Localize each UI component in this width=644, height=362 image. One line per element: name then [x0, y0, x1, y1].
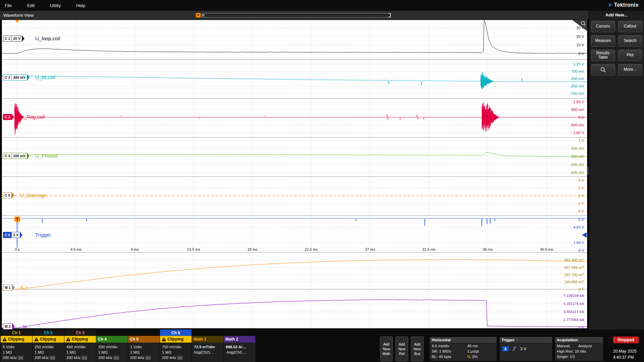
panel-button-cursors[interactable]: Cursors: [591, 21, 615, 32]
channel-tab-ch-2[interactable]: Ch 2: [33, 329, 64, 336]
trigger-level-marker[interactable]: [582, 232, 587, 238]
channel-info-ch-2[interactable]: Clipping250 mV/div1 MΩ200 kHzBw: [33, 336, 64, 362]
channel-tab-ch-3[interactable]: Ch 3: [64, 329, 96, 336]
warning-icon: [162, 337, 166, 341]
time-axis-label: 40.5 ms: [537, 247, 557, 251]
trace-layer: [2, 20, 587, 328]
channel-badge-label: C 1: [3, 36, 12, 42]
channel-name-m2: Ip: [23, 323, 27, 330]
channel-badge-scale: 200 mV: [12, 153, 27, 159]
channel-info-ch-4[interactable]: Ch 4200 mV/div1 MΩ200 kHzBw: [96, 336, 128, 362]
horizontal-title: Horizontal: [430, 337, 497, 343]
channel-info-ch-6[interactable]: Clipping750 mV/div1 MΩ200 kHzBw: [160, 336, 192, 362]
channel-badge-c2[interactable]: C 2300 mV: [3, 74, 30, 80]
channel-info-ch-1[interactable]: Clipping5 V/div1 MΩ200 kHzBw: [1, 336, 32, 362]
warning-icon: [34, 337, 39, 341]
channel-box-ch-6[interactable]: Ch 6Clipping750 mV/div1 MΩ200 kHzBw: [160, 329, 192, 362]
menu-item-utility[interactable]: Utility: [45, 3, 65, 8]
channel-box-ch-1[interactable]: Ch 1Clipping5 V/div1 MΩ200 kHzBw: [1, 329, 32, 362]
panel-button-callout[interactable]: Callout: [618, 21, 642, 32]
trigger-panel[interactable]: Trigger 6 3 V: [499, 337, 553, 361]
scale-label-c6: 4.50 V: [573, 225, 584, 230]
menu-item-help[interactable]: Help: [71, 3, 90, 8]
channel-detail-line: 200 kHzBw: [64, 356, 96, 360]
channel-detail-line: 888.52 A/…: [224, 345, 255, 349]
channel-detail-line: 200 kHzBw: [128, 356, 160, 360]
channel-info-ch-3[interactable]: Clipping450 mV/div1 MΩ200 kHzBw: [64, 336, 96, 362]
channel-detail-line: -Intg(Ch3…: [224, 350, 255, 354]
channel-badge-c3[interactable]: C 3: [3, 114, 14, 120]
trace-c4: [2, 153, 587, 157]
panel-button-plot[interactable]: Plot: [618, 50, 642, 61]
channel-info-ch-5[interactable]: Ch 51 V/div1 MΩ200 kHzBw: [128, 336, 160, 362]
channel-badge-arrow-icon: [12, 323, 15, 329]
detail-text: 1 MΩ: [35, 350, 44, 354]
menu-item-edit[interactable]: Edit: [22, 3, 39, 8]
channel-detail-line: 1 MΩ: [64, 350, 96, 354]
channel-box-ch-2[interactable]: Ch 2Clipping250 mV/div1 MΩ200 kHzBw: [33, 329, 64, 362]
zoom-handle[interactable]: [196, 13, 201, 17]
channel-box-ch-3[interactable]: Ch 3Clipping450 mV/div1 MΩ200 kHzBw: [64, 329, 96, 362]
channel-badge-label: C 6: [3, 232, 12, 238]
zoom-overview-bar[interactable]: [201, 13, 391, 17]
add-new-line: Math: [382, 352, 390, 356]
channel-badge-c1[interactable]: C 120 V: [3, 36, 24, 42]
add-new-group: AddNewMathAddNewRefAddNewBus: [380, 337, 426, 361]
scale-label-c1: 20 V: [576, 34, 584, 39]
clipping-label: Clipping: [40, 337, 56, 342]
channel-info-math-1[interactable]: Math 172.9 mT/divIntg(Ch2)…: [192, 336, 223, 362]
bandwidth-badge: Bw: [82, 356, 87, 360]
channel-box-ch-5[interactable]: Ch 51 V/div1 MΩ200 kHzBw: [128, 329, 160, 362]
horizontal-window: 45 ms: [467, 344, 478, 348]
zoom-window-ticks: [202, 14, 203, 16]
channel-badge-arrow-icon: [12, 192, 14, 198]
panel-button-more[interactable]: More...: [618, 64, 642, 75]
waveform-plot-area[interactable]: 30 V20 V10 V0 VU_loop,coilC 120 V1.25 V7…: [2, 20, 587, 328]
scale-label-c5: 2 V: [578, 186, 584, 190]
channel-badge-c5[interactable]: C 5: [3, 192, 14, 198]
panel-button-search[interactable]: Search: [618, 35, 642, 47]
clipping-label: Clipping: [8, 337, 24, 342]
channel-badge-m2[interactable]: M 2: [3, 323, 15, 329]
channel-badge-m1[interactable]: M 1: [3, 285, 15, 291]
channel-header: Math 1: [192, 336, 223, 343]
channel-badge-c6[interactable]: C 63 V: [3, 232, 22, 238]
scale-label-m2: 3.554117 kA: [564, 309, 584, 314]
scale-label-m1: 291.730 mT: [564, 273, 584, 277]
scale-label-m1: 583.460 mT: [564, 258, 584, 262]
detail-text: 200 kHz: [162, 356, 176, 360]
add-new-bus-button[interactable]: AddNewBus: [411, 337, 424, 361]
add-new-line: Add: [414, 342, 421, 346]
trigger-settings-row: 6 3 V: [502, 346, 552, 351]
channel-box-math-2[interactable]: Math 2888.52 A/…-Intg(Ch3…: [224, 329, 255, 362]
clipping-badge: Clipping: [33, 336, 64, 343]
acquisition-panel[interactable]: Acquisition Manual, Analyze High Res: 16…: [554, 337, 603, 361]
zoom-button[interactable]: [591, 64, 615, 75]
channel-box-math-1[interactable]: Math 172.9 mT/divIntg(Ch2)…: [192, 329, 223, 362]
channel-detail-line: 200 kHzBw: [160, 356, 192, 360]
menu-item-file[interactable]: File: [0, 3, 16, 8]
add-new-ref-button[interactable]: AddNewRef: [395, 337, 408, 361]
trigger-position-marker[interactable]: [15, 20, 19, 23]
scale-label-c4: 200 mV: [571, 154, 584, 159]
channel-badge-scale: 20 V: [12, 36, 22, 42]
zoom-icon: [600, 67, 606, 73]
horizontal-panel[interactable]: Horizontal 4.5 ms/div 45 ms SR: 1 MS/s 1…: [429, 337, 497, 361]
panel-button-results-table[interactable]: Results Table: [591, 50, 615, 61]
panel-button-measure[interactable]: Measure: [591, 35, 615, 47]
scale-label-c4: 1 V: [578, 138, 584, 143]
channel-info-math-2[interactable]: Math 2888.52 A/…-Intg(Ch3…: [224, 336, 255, 362]
scale-label-c3: 1.80 V: [573, 100, 584, 104]
add-new-line: Bus: [414, 352, 420, 356]
channel-tab-ch-6[interactable]: Ch 6: [160, 329, 192, 336]
channel-tab-ch-1[interactable]: Ch 1: [1, 329, 32, 336]
channel-badge-c4[interactable]: C 4200 mV: [3, 153, 30, 159]
trigger-source-marker[interactable]: T: [14, 217, 20, 222]
add-new-math-button[interactable]: AddNewMath: [380, 337, 393, 361]
detail-text: 1 MΩ: [162, 350, 171, 354]
channel-detail-line: 5 V/div: [1, 345, 32, 349]
channel-name-c2: U_Bt,coil: [35, 74, 55, 81]
detail-text: 200 mV/div: [98, 345, 118, 349]
channel-box-ch-4[interactable]: Ch 4200 mV/div1 MΩ200 kHzBw: [96, 329, 128, 362]
horizontal-sample-rate: SR: 1 MS/s: [432, 349, 451, 353]
